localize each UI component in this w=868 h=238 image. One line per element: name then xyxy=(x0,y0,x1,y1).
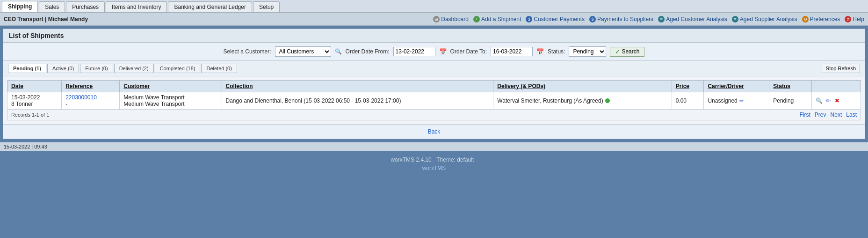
order-date-to-label: Order Date To: xyxy=(450,48,487,55)
view-icon[interactable]: 🔍 xyxy=(816,97,823,104)
customer-payments-icon: $ xyxy=(526,16,532,22)
footer-status: 15-03-2022 | 09:43 xyxy=(0,142,868,151)
calendar-to-icon[interactable]: 📅 xyxy=(536,48,544,55)
nav-tab-items-inventory[interactable]: Items and Inventory xyxy=(106,1,167,12)
order-date-to-input[interactable] xyxy=(491,47,533,56)
table-row: 15-03-2022 8 Tonner 2203000010 - Medium … xyxy=(7,92,861,110)
payments-suppliers-icon: $ xyxy=(589,16,596,22)
aged-supplier-action[interactable]: ≡ Aged Supplier Analysis xyxy=(732,16,797,22)
main-content: List of Shipments Select a Customer: All… xyxy=(3,29,865,139)
cell-actions: 🔍 ✏ ✖ xyxy=(811,92,861,110)
customer-select[interactable]: All Customers xyxy=(275,46,331,57)
status-tabs-bar: Pending (1) Active (0) Future (0) Delive… xyxy=(3,61,865,76)
cell-customer: Medium Wave Transport Medium Wave Transp… xyxy=(120,92,222,110)
col-header-collection[interactable]: Collection xyxy=(222,81,493,92)
filter-bar: Select a Customer: All Customers 🔍 Order… xyxy=(3,43,865,61)
company-name: CEO Transport | Michael Mandy xyxy=(4,16,88,22)
status-tab-delivered[interactable]: Delivered (2) xyxy=(114,64,154,73)
action-icons: 🔍 ✏ ✖ xyxy=(816,97,857,104)
customer-select-label: Select a Customer: xyxy=(224,48,271,55)
status-tab-completed[interactable]: Completed (18) xyxy=(155,64,201,73)
col-header-reference[interactable]: Reference xyxy=(62,81,120,92)
nav-tab-banking[interactable]: Banking and General Ledger xyxy=(168,1,252,12)
delivery-text: Waterval Smelter, Rustenburg (As Agreed) xyxy=(497,97,603,104)
col-header-date[interactable]: Date xyxy=(7,81,62,92)
customer-payments-action[interactable]: $ Customer Payments xyxy=(526,16,585,22)
header-actions: ⊞ Dashboard + Add a Shipment $ Customer … xyxy=(433,16,864,22)
dashboard-action[interactable]: ⊞ Dashboard xyxy=(433,16,469,22)
pagination-next[interactable]: Next xyxy=(831,112,842,118)
dashboard-icon: ⊞ xyxy=(433,16,440,22)
carrier-name: Unassigned xyxy=(708,97,737,104)
preferences-icon: ⚙ xyxy=(802,16,809,22)
carrier-cell: Unassigned ✏ xyxy=(708,97,765,104)
status-tabs-left: Pending (1) Active (0) Future (0) Delive… xyxy=(8,64,237,73)
back-button[interactable]: Back xyxy=(428,128,441,135)
cell-collection: Dango and Dienenthal, Benoni (15-03-2022… xyxy=(222,92,493,110)
search-button[interactable]: ✓ Search xyxy=(610,47,644,57)
preferences-action[interactable]: ⚙ Preferences xyxy=(802,16,840,22)
dashboard-label: Dashboard xyxy=(441,16,469,22)
add-shipment-action[interactable]: + Add a Shipment xyxy=(473,16,521,22)
header-bar: CEO Transport | Michael Mandy ⊞ Dashboar… xyxy=(0,13,868,26)
reference-link[interactable]: 2203000010 xyxy=(65,94,97,101)
calendar-from-icon[interactable]: 📅 xyxy=(439,48,447,55)
search-button-label: Search xyxy=(622,48,639,55)
aged-supplier-label: Aged Supplier Analysis xyxy=(740,16,797,22)
order-date-from-input[interactable] xyxy=(393,47,435,56)
cell-carrier: Unassigned ✏ xyxy=(704,92,769,110)
delete-icon[interactable]: ✖ xyxy=(833,97,841,104)
add-shipment-icon: + xyxy=(473,16,480,22)
carrier-edit-icon[interactable]: ✏ xyxy=(739,98,744,104)
pagination: First Prev Next Last xyxy=(796,112,857,118)
col-header-actions xyxy=(811,81,861,92)
status-tab-future[interactable]: Future (0) xyxy=(80,64,113,73)
cell-price: 0.00 xyxy=(672,92,704,110)
edit-icon[interactable]: ✏ xyxy=(825,97,832,104)
status-tab-active[interactable]: Active (0) xyxy=(47,64,79,73)
customer-line2: Medium Wave Transport xyxy=(123,101,217,107)
date-line2: 8 Tonner xyxy=(11,101,58,107)
bottom-footer: worxTMS 2.4.10 - Theme: default - worxTM… xyxy=(0,151,868,177)
col-header-customer[interactable]: Customer xyxy=(120,81,222,92)
pagination-last[interactable]: Last xyxy=(846,112,857,118)
status-tab-pending[interactable]: Pending (1) xyxy=(8,64,46,73)
pagination-first[interactable]: First xyxy=(799,112,810,118)
records-info: Records 1-1 of 1 xyxy=(11,112,49,118)
col-header-status[interactable]: Status xyxy=(769,81,811,92)
add-shipment-label: Add a Shipment xyxy=(481,16,521,22)
help-icon: ? xyxy=(845,16,851,22)
col-header-delivery[interactable]: Delivery (& PODs) xyxy=(493,81,672,92)
checkmark-icon: ✓ xyxy=(615,48,620,55)
search-magnifier-icon: 🔍 xyxy=(335,48,342,55)
customer-line1: Medium Wave Transport xyxy=(123,94,217,101)
cell-date: 15-03-2022 8 Tonner xyxy=(7,92,62,110)
cell-reference: 2203000010 - xyxy=(62,92,120,110)
customer-payments-label: Customer Payments xyxy=(534,16,585,22)
help-label: Help xyxy=(853,16,864,22)
nav-tab-shipping[interactable]: Shipping xyxy=(2,1,38,12)
nav-tab-sales[interactable]: Sales xyxy=(39,1,65,12)
stop-refresh-button[interactable]: Stop Refresh xyxy=(822,64,860,73)
col-header-carrier[interactable]: Carrier/Driver xyxy=(704,81,769,92)
page-title: List of Shipments xyxy=(9,32,859,39)
status-tab-deleted[interactable]: Deleted (0) xyxy=(201,64,237,73)
top-nav: Shipping Sales Purchases Items and Inven… xyxy=(0,0,868,13)
delivery-status-dot xyxy=(605,98,610,103)
shipments-table: Date Reference Customer Collection Deliv… xyxy=(7,80,861,110)
preferences-label: Preferences xyxy=(810,16,840,22)
help-action[interactable]: ? Help xyxy=(845,16,864,22)
nav-tab-purchases[interactable]: Purchases xyxy=(66,1,105,12)
pagination-prev[interactable]: Prev xyxy=(815,112,826,118)
back-section: Back xyxy=(3,124,865,139)
col-header-price[interactable]: Price xyxy=(672,81,704,92)
payments-suppliers-label: Payments to Suppliers xyxy=(597,16,653,22)
nav-tab-setup[interactable]: Setup xyxy=(253,1,280,12)
shipments-table-container: Date Reference Customer Collection Deliv… xyxy=(3,76,865,124)
reference-line2: - xyxy=(65,101,116,107)
status-select[interactable]: Pending xyxy=(569,46,606,57)
aged-customer-action[interactable]: ≡ Aged Customer Analysis xyxy=(658,16,727,22)
payments-suppliers-action[interactable]: $ Payments to Suppliers xyxy=(589,16,653,22)
footer-link[interactable]: worxTMS xyxy=(422,165,446,171)
aged-customer-icon: ≡ xyxy=(658,16,665,22)
